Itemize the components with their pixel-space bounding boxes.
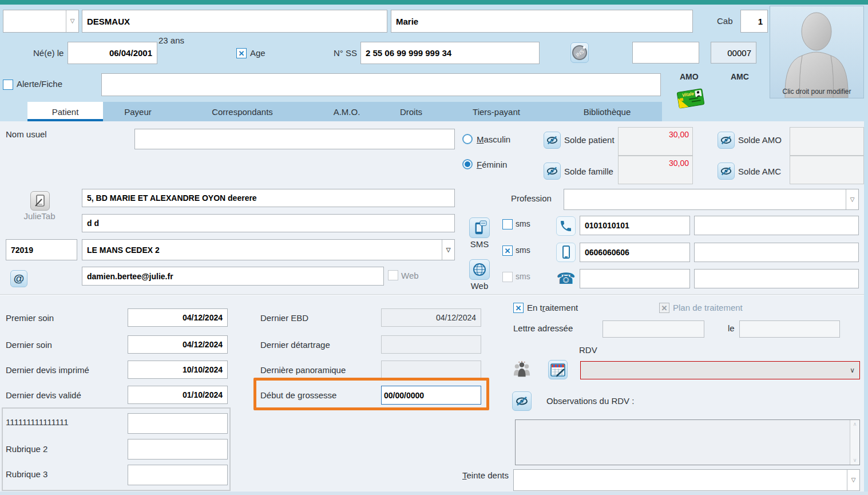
sms-button[interactable] <box>469 217 490 238</box>
age-checkbox[interactable]: ✕ <box>236 48 247 58</box>
home-phone-field[interactable]: 0101010101 <box>580 216 690 235</box>
tab-patient[interactable]: Patient <box>27 102 103 121</box>
lastname-field[interactable]: DESMAUX <box>82 10 387 33</box>
le-field[interactable] <box>739 320 840 338</box>
rubrique3-field[interactable] <box>128 465 228 485</box>
tab-label: Tiers-payant <box>473 107 520 117</box>
rdv-combo[interactable]: ∨ <box>580 361 860 379</box>
dropdown-arrow-icon: ▽ <box>851 477 856 483</box>
mobile-phone-field[interactable]: 0606060606 <box>580 243 690 262</box>
lettre-field[interactable] <box>603 320 704 338</box>
tab-amo[interactable]: A.M.O. <box>312 102 382 121</box>
office-phone-field[interactable] <box>580 269 690 288</box>
city-combo[interactable]: LE MANS CEDEX 2 ▽ <box>82 239 455 260</box>
header-extra-field[interactable] <box>632 42 699 64</box>
rdv-label: RDV <box>579 346 597 355</box>
feminin-radio[interactable] <box>462 159 473 169</box>
devis-imprime-value: 10/10/2024 <box>183 365 223 374</box>
firstname-field[interactable]: Marie <box>391 10 693 33</box>
web-checkbox[interactable] <box>388 270 398 280</box>
calendar-button[interactable] <box>548 360 568 379</box>
hide-solde-patient-button[interactable] <box>544 132 561 149</box>
amo-label: AMO <box>680 73 699 81</box>
en-traitement-label: En traitement <box>527 303 578 313</box>
alerte-checkbox[interactable] <box>3 80 13 90</box>
rubrique1-field[interactable] <box>128 413 228 434</box>
home-phone-button[interactable] <box>556 216 576 236</box>
scroll-up-icon[interactable]: ∧ <box>853 422 857 427</box>
solde-amc-box <box>790 156 864 184</box>
eye-slash-icon <box>720 134 732 146</box>
teinte-dents-combo[interactable]: ▽ <box>513 469 860 491</box>
panoramique-field <box>381 361 481 379</box>
julietab-button[interactable] <box>30 191 50 211</box>
tab-tiers-payant[interactable]: Tiers-payant <box>441 102 552 121</box>
check-icon: ✕ <box>516 304 522 312</box>
home-phone2-field[interactable] <box>694 216 859 235</box>
patient-photo[interactable]: Clic droit pour modifier <box>770 6 864 98</box>
hide-solde-famille-button[interactable] <box>544 163 561 180</box>
premier-soin-field[interactable]: 04/12/2024 <box>128 308 228 327</box>
right-edge <box>864 121 868 495</box>
city-dropdown-button[interactable]: ▽ <box>442 240 454 260</box>
ss-label: N° SS <box>334 49 357 58</box>
ins-button[interactable]: INS <box>570 42 589 63</box>
grossesse-field[interactable]: 00/00/0000 <box>381 386 481 405</box>
patient-record-window: ▽ DESMAUX Marie Cab 1 Clic droit pour mo… <box>0 0 868 495</box>
tab-payeur[interactable]: Payeur <box>103 102 173 121</box>
email-button[interactable]: @ <box>10 270 27 287</box>
devis-valide-field[interactable]: 01/10/2024 <box>128 386 228 404</box>
cab-field[interactable]: 1 <box>740 10 768 33</box>
tab-correspondants[interactable]: Correspondants <box>173 102 312 121</box>
lettre-label: Lettre adressée <box>513 324 573 334</box>
ss-field[interactable]: 2 55 06 99 999 999 34 <box>360 42 540 64</box>
sms-mobile-label: sms <box>516 246 530 255</box>
tab-label: Correspondants <box>212 107 273 117</box>
scroll-down-icon[interactable]: ∨ <box>853 458 857 463</box>
family-button[interactable] <box>512 360 532 379</box>
profession-dropdown-button[interactable]: ▽ <box>846 189 858 209</box>
alerte-label: Alerte/Fiche <box>17 80 62 89</box>
web-button[interactable] <box>469 259 490 280</box>
en-traitement-checkbox[interactable]: ✕ <box>513 303 524 313</box>
observations-textarea[interactable]: ∧ ∨ <box>515 419 860 465</box>
hide-solde-amo-button[interactable] <box>718 132 735 149</box>
patient-tabbar: Patient Payeur Correspondants A.M.O. Dro… <box>27 102 662 121</box>
profession-combo[interactable]: ▽ <box>564 189 859 210</box>
mobile-phone2-field[interactable] <box>694 243 859 262</box>
grossesse-label: Début de grossesse <box>260 391 336 401</box>
tab-droits[interactable]: Droits <box>382 102 441 121</box>
devis-imprime-field[interactable]: 10/10/2024 <box>128 361 228 379</box>
hide-solde-amc-button[interactable] <box>718 163 735 180</box>
office-phone-button[interactable]: ☎ <box>556 269 576 288</box>
rubrique2-field[interactable] <box>128 439 228 460</box>
sms-home-checkbox[interactable] <box>502 219 513 229</box>
teinte-dropdown-button[interactable]: ▽ <box>847 470 859 490</box>
masculin-radio[interactable] <box>462 134 473 144</box>
civility-combo[interactable]: ▽ <box>3 10 79 33</box>
email-field[interactable]: damien.bertee@julie.fr <box>82 267 384 286</box>
phone-handset-icon <box>559 219 573 233</box>
birth-date-field[interactable]: 06/04/2001 <box>68 42 157 64</box>
sms-office-checkbox[interactable] <box>502 272 513 282</box>
solde-famille-value: 30,00 <box>669 159 689 168</box>
address-line2-field[interactable]: d d <box>82 214 455 232</box>
tab-bibliotheque[interactable]: Bibliothèque <box>552 102 662 121</box>
nom-usuel-field[interactable] <box>134 129 455 149</box>
lastname-value: DESMAUX <box>87 17 130 26</box>
civility-dropdown-button[interactable]: ▽ <box>66 10 78 32</box>
rubrique3-label: Rubrique 3 <box>6 470 47 480</box>
sms-mobile-checkbox[interactable]: ✕ <box>502 245 513 256</box>
mobile-phone-button[interactable] <box>556 243 576 262</box>
carte-vitale-button[interactable]: Vitale <box>675 86 706 111</box>
address-line1-field[interactable]: 5, BD MARIE ET ALEXANDRE OYON deerere <box>82 189 455 207</box>
postal-code-field[interactable]: 72019 <box>6 239 77 260</box>
observations-scrollbar[interactable]: ∧ ∨ <box>850 420 859 465</box>
hide-observations-button[interactable] <box>512 391 532 411</box>
dernier-soin-field[interactable]: 04/12/2024 <box>128 335 228 354</box>
dernier-soin-value: 04/12/2024 <box>183 340 223 349</box>
email-value: damien.bertee@julie.fr <box>87 272 173 281</box>
globe-icon <box>472 262 487 277</box>
alerte-field[interactable] <box>101 73 661 96</box>
office-phone2-field[interactable] <box>694 269 859 288</box>
